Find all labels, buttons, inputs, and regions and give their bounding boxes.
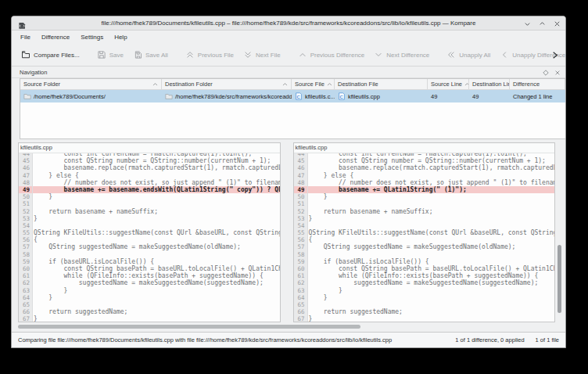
line-number: 62 bbox=[294, 279, 308, 286]
toolbar-button-save[interactable]: Save bbox=[92, 47, 128, 63]
code-line-60: 60 const QString basePath = baseURL.toLo… bbox=[294, 265, 555, 272]
menu-difference[interactable]: Difference bbox=[36, 32, 75, 42]
code-text: return basename + nameSuffix; bbox=[33, 208, 280, 215]
code-text: } bbox=[33, 294, 280, 301]
code-text: } bbox=[308, 215, 555, 222]
code-line-50: 50 } bbox=[294, 193, 555, 200]
pane-splitter[interactable] bbox=[281, 142, 293, 322]
status-right: 1 of 1 difference, 0 applied 1 of 1 file bbox=[447, 336, 559, 343]
code-text: } bbox=[33, 215, 280, 222]
toolbar-button-label: Next Difference bbox=[386, 52, 429, 59]
code-text: } bbox=[33, 193, 280, 200]
code-text: const QString basePath = baseURL.toLocal… bbox=[308, 265, 555, 272]
vertical-scrollbar-thumb[interactable] bbox=[558, 245, 561, 313]
line-number: 61 bbox=[19, 272, 33, 279]
column-header-destination-lir[interactable]: Destination Lir bbox=[469, 79, 510, 89]
line-number: 66 bbox=[19, 308, 33, 315]
float-dock-icon[interactable] bbox=[543, 65, 549, 79]
menu-help[interactable]: Help bbox=[109, 32, 132, 42]
compare-files-icon bbox=[21, 50, 30, 59]
changed-code-line-49[interactable]: 49 basename += basename.endsWith(QLatin1… bbox=[19, 186, 280, 193]
close-button[interactable] bbox=[553, 20, 561, 27]
line-number: 48 bbox=[19, 179, 33, 186]
code-text: } bbox=[308, 294, 555, 301]
horizontal-scrollbar[interactable] bbox=[18, 324, 562, 330]
chevrons-left-icon bbox=[446, 50, 456, 59]
line-number: 58 bbox=[294, 251, 308, 258]
titlebar[interactable]: file:///home/fhek789/Documents/kfileutil… bbox=[12, 16, 565, 31]
column-header-source-file[interactable]: Source File bbox=[292, 79, 335, 89]
code-text: const QString basePath = baseURL.toLocal… bbox=[33, 265, 280, 272]
line-number: 48 bbox=[294, 179, 308, 186]
code-line-54: 54 bbox=[294, 222, 555, 229]
toolbar-button-previous-difference[interactable]: Previous Difference bbox=[293, 47, 370, 63]
code-line-64: 64 } bbox=[19, 294, 280, 301]
source-code-view[interactable]: 44 const int currentNum = rmatch.capture… bbox=[19, 153, 280, 322]
toolbar-button-compare-files[interactable]: Compare Files... bbox=[16, 47, 84, 63]
chevron-down-icon bbox=[374, 50, 383, 59]
toolbar-button-next-difference[interactable]: Next Difference bbox=[369, 47, 434, 63]
code-text: while (QFileInfo::exists(basePath + sugg… bbox=[33, 272, 280, 279]
source-pane: kfileutils.cpp 44 const int currentNum =… bbox=[18, 142, 281, 322]
navigation-row[interactable]: /home/fhek789/Documents//home/fhek789/kd… bbox=[20, 90, 565, 102]
line-number: 52 bbox=[294, 208, 308, 215]
column-header-difference[interactable]: Difference bbox=[510, 79, 565, 89]
chevrons-down-icon bbox=[243, 50, 253, 59]
column-header-destination-folder[interactable]: Destination Folder bbox=[162, 79, 292, 89]
code-line-48: 48 // number does not exist, so just app… bbox=[19, 179, 280, 186]
code-line-46: 46 basename.replace(rmatch.capturedStart… bbox=[294, 164, 555, 171]
menu-file[interactable]: File bbox=[15, 32, 36, 42]
source-pane-title: kfileutils.cpp bbox=[19, 143, 280, 153]
code-text: QString KFileUtils::suggestName(const QU… bbox=[33, 229, 280, 236]
line-number: 62 bbox=[19, 279, 33, 286]
minimize-button[interactable] bbox=[523, 20, 531, 27]
line-number: 45 bbox=[294, 157, 308, 164]
destination-code-view[interactable]: 44 const int currentNum = rmatch.capture… bbox=[294, 153, 555, 322]
code-text: basename.replace(rmatch.capturedStart(1)… bbox=[33, 164, 280, 171]
code-text: basename += basename.endsWith(QLatin1Str… bbox=[33, 186, 280, 193]
destination-pane-title: kfileutils.cpp bbox=[294, 143, 555, 153]
toolbar-button-label: Previous Difference bbox=[310, 52, 365, 59]
line-number: 46 bbox=[19, 164, 33, 171]
column-header-destination-file[interactable]: Destination File bbox=[335, 79, 428, 89]
cpp-file-icon: C bbox=[338, 92, 346, 100]
code-line-62: 62 suggestedName = makeSuggestedName(sug… bbox=[19, 279, 280, 286]
code-line-64: 64 } bbox=[294, 294, 555, 301]
code-line-55: 55QString KFileUtils::suggestName(const … bbox=[19, 229, 280, 236]
code-text: QString suggestedName = makeSuggestedNam… bbox=[308, 243, 555, 250]
vertical-scrollbar[interactable] bbox=[557, 142, 562, 322]
code-line-47: 47 } else { bbox=[294, 172, 555, 179]
line-number: 67 bbox=[19, 315, 33, 322]
column-header-source-folder[interactable]: Source Folder bbox=[20, 79, 162, 89]
code-text bbox=[308, 251, 555, 258]
maximize-button[interactable] bbox=[538, 20, 546, 27]
toolbar-button-label: Previous File bbox=[198, 52, 234, 59]
code-text: } bbox=[308, 193, 555, 200]
code-line-52: 52 return basename + nameSuffix; bbox=[19, 208, 280, 215]
line-number: 63 bbox=[19, 287, 33, 294]
code-text: { bbox=[33, 236, 280, 243]
line-number: 51 bbox=[294, 200, 308, 207]
menu-settings[interactable]: Settings bbox=[75, 32, 109, 42]
toolbar-button-label: Save All bbox=[145, 52, 168, 59]
code-text: { bbox=[308, 236, 555, 243]
column-header-source-line[interactable]: Source Line bbox=[428, 79, 469, 89]
code-text: QString suggestedName = makeSuggestedNam… bbox=[33, 243, 280, 250]
line-number: 53 bbox=[19, 215, 33, 222]
line-number: 55 bbox=[19, 229, 33, 236]
horizontal-scrollbar-thumb[interactable] bbox=[18, 325, 360, 329]
line-number: 57 bbox=[19, 243, 33, 250]
toolbar-button-save-all[interactable]: Save All bbox=[128, 47, 173, 63]
row-cell-destination-folder: /home/fhek789/kde/src/frameworks/kcoread… bbox=[162, 90, 292, 102]
toolbar-button-unapply-all[interactable]: Unapply All bbox=[442, 47, 495, 63]
toolbar-button-previous-file[interactable]: Previous File bbox=[181, 47, 238, 63]
line-number: 52 bbox=[19, 208, 33, 215]
toolbar-overflow-button[interactable] bbox=[550, 49, 559, 63]
toolbar-button-next-file[interactable]: Next File bbox=[238, 47, 285, 63]
navigation-table: Source FolderDestination FolderSource Fi… bbox=[20, 78, 565, 139]
changed-code-line-49[interactable]: 49 basename += QLatin1String(" (1)"); bbox=[294, 186, 555, 193]
close-dock-icon[interactable] bbox=[554, 65, 561, 79]
diff-area: kfileutils.cpp 44 const int currentNum =… bbox=[12, 142, 565, 332]
toolbar-button-label: Next File bbox=[256, 52, 281, 59]
cell-text: /home/fhek789/Documents/ bbox=[34, 93, 106, 100]
